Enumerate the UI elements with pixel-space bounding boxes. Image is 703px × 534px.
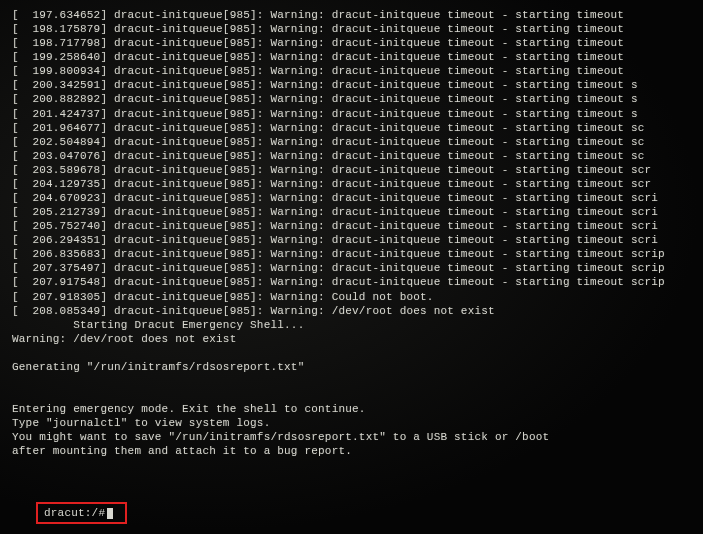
log-line: [ 204.129735] dracut-initqueue[985]: War… xyxy=(12,177,703,191)
log-line: [ 201.424737] dracut-initqueue[985]: War… xyxy=(12,107,703,121)
log-line: [ 198.717798] dracut-initqueue[985]: War… xyxy=(12,36,703,50)
log-line: [ 208.085349] dracut-initqueue[985]: War… xyxy=(12,304,703,318)
log-line xyxy=(12,459,703,473)
log-line: [ 198.175879] dracut-initqueue[985]: War… xyxy=(12,22,703,36)
log-line: [ 202.504894] dracut-initqueue[985]: War… xyxy=(12,135,703,149)
log-line: [ 203.047076] dracut-initqueue[985]: War… xyxy=(12,149,703,163)
log-line: [ 207.375497] dracut-initqueue[985]: War… xyxy=(12,261,703,275)
log-line: [ 199.800934] dracut-initqueue[985]: War… xyxy=(12,64,703,78)
log-line: [ 203.589678] dracut-initqueue[985]: War… xyxy=(12,163,703,177)
log-line: [ 200.342591] dracut-initqueue[985]: War… xyxy=(12,78,703,92)
cursor-icon xyxy=(107,508,113,519)
log-line: [ 201.964677] dracut-initqueue[985]: War… xyxy=(12,121,703,135)
log-line xyxy=(12,374,703,388)
console-output: [ 197.634652] dracut-initqueue[985]: War… xyxy=(12,8,703,487)
log-line xyxy=(12,346,703,360)
log-line: [ 206.835683] dracut-initqueue[985]: War… xyxy=(12,247,703,261)
log-line: Type "journalctl" to view system logs. xyxy=(12,416,703,430)
log-line: [ 205.752740] dracut-initqueue[985]: War… xyxy=(12,219,703,233)
log-line: Starting Dracut Emergency Shell... xyxy=(12,318,703,332)
log-line: [ 207.917548] dracut-initqueue[985]: War… xyxy=(12,275,703,289)
log-line: You might want to save "/run/initramfs/r… xyxy=(12,430,703,444)
log-line: [ 197.634652] dracut-initqueue[985]: War… xyxy=(12,8,703,22)
log-line: Entering emergency mode. Exit the shell … xyxy=(12,402,703,416)
log-line: Generating "/run/initramfs/rdsosreport.t… xyxy=(12,360,703,374)
log-line: [ 205.212739] dracut-initqueue[985]: War… xyxy=(12,205,703,219)
log-line: [ 204.670923] dracut-initqueue[985]: War… xyxy=(12,191,703,205)
log-line: [ 206.294351] dracut-initqueue[985]: War… xyxy=(12,233,703,247)
shell-prompt-highlight: dracut:/# xyxy=(36,502,127,524)
log-line: [ 200.882892] dracut-initqueue[985]: War… xyxy=(12,92,703,106)
log-line xyxy=(12,388,703,402)
shell-prompt[interactable]: dracut:/# xyxy=(44,507,105,519)
log-line: [ 207.918305] dracut-initqueue[985]: War… xyxy=(12,290,703,304)
log-line: [ 199.258640] dracut-initqueue[985]: War… xyxy=(12,50,703,64)
log-line xyxy=(12,473,703,487)
log-line: after mounting them and attach it to a b… xyxy=(12,444,703,458)
log-line: Warning: /dev/root does not exist xyxy=(12,332,703,346)
